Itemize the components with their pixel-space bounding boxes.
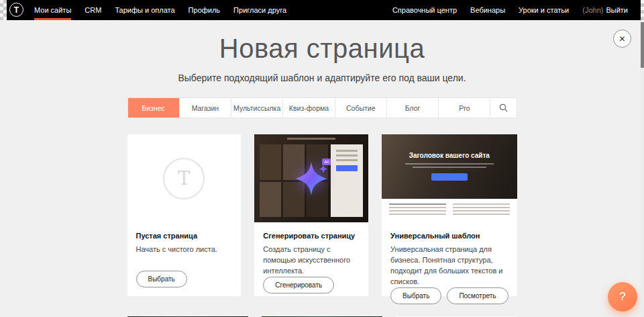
preview-site-heading: Заголовок вашего сайта bbox=[409, 152, 490, 159]
card-title: Сгенерировать страницу bbox=[263, 232, 360, 240]
nav-profile[interactable]: Профиль bbox=[182, 0, 227, 20]
tilda-logo-letter: T bbox=[14, 5, 19, 15]
nav-lessons[interactable]: Уроки и статьи bbox=[512, 0, 576, 20]
tab-multilink[interactable]: Мультиссылка bbox=[231, 98, 283, 118]
preview-text-line bbox=[336, 159, 358, 161]
preview-text-column bbox=[453, 203, 510, 218]
universal-template-preview[interactable]: Заголовок вашего сайта bbox=[382, 134, 517, 222]
preview-text-line bbox=[405, 163, 494, 165]
preview-text-section bbox=[382, 199, 517, 222]
nav-invite-friend[interactable]: Пригласи друга bbox=[227, 0, 293, 20]
close-button[interactable]: ✕ bbox=[613, 30, 631, 48]
logout-link[interactable]: Выйти bbox=[606, 6, 628, 14]
preview-text-column bbox=[389, 203, 446, 218]
preview-photo-tile bbox=[260, 182, 281, 218]
preview-title-line bbox=[287, 138, 335, 140]
template-category-tabs: Бизнес Магазин Мультиссылка Квиз-форма С… bbox=[127, 97, 517, 118]
preview-text-line bbox=[453, 207, 510, 208]
preview-button bbox=[336, 165, 358, 171]
card-actions: Выбрать Посмотреть bbox=[390, 287, 508, 304]
choose-button[interactable]: Выбрать bbox=[136, 271, 187, 287]
page-subtitle: Выберите подходящий шаблон и адаптируйте… bbox=[0, 73, 644, 83]
preview-text-line bbox=[453, 203, 510, 205]
blank-page-preview[interactable]: T bbox=[127, 134, 241, 222]
generate-page-preview[interactable]: AI bbox=[254, 134, 368, 222]
generate-button[interactable]: Сгенерировать bbox=[263, 277, 334, 293]
choose-button[interactable]: Выбрать bbox=[390, 287, 441, 304]
tilda-logo[interactable]: T bbox=[9, 3, 23, 17]
scrollbar-track bbox=[641, 20, 644, 317]
preview-text-line bbox=[453, 214, 510, 215]
tab-search[interactable] bbox=[490, 98, 516, 118]
card-actions: Выбрать bbox=[136, 271, 233, 287]
preview-photo-tile bbox=[260, 144, 281, 180]
nav-webinars[interactable]: Вебинары bbox=[464, 0, 512, 20]
preview-text-line bbox=[389, 214, 446, 215]
card-body: Сгенерировать страницу Создать страницу … bbox=[254, 222, 368, 302]
help-button-label: ? bbox=[619, 290, 625, 304]
nav-crm[interactable]: CRM bbox=[78, 0, 108, 20]
preview-text-line bbox=[389, 210, 446, 212]
nav-pricing[interactable]: Тарифы и оплата bbox=[108, 0, 181, 20]
preview-text-line bbox=[336, 150, 358, 152]
preview-cta-button bbox=[431, 173, 468, 181]
ai-sparkle-icon bbox=[293, 161, 329, 197]
close-icon: ✕ bbox=[619, 34, 625, 44]
help-button[interactable]: ? bbox=[608, 282, 637, 312]
template-cards-row: T Пустая страница Начать с чистого листа… bbox=[127, 134, 517, 296]
topbar: T Мои сайты CRM Тарифы и оплата Профиль … bbox=[0, 0, 644, 20]
card-generate-page: AI Сгенерировать страницу Создать страни… bbox=[254, 134, 368, 296]
card-universal-template: Заголовок вашего сайта bbox=[382, 134, 517, 296]
tab-quiz-form[interactable]: Квиз-форма bbox=[283, 98, 335, 118]
card-title: Универсальный шаблон bbox=[390, 232, 508, 240]
tilda-mark-icon: T bbox=[163, 158, 205, 199]
nav-help-center[interactable]: Справочный центр bbox=[386, 0, 464, 20]
card-blank-page: T Пустая страница Начать с чистого листа… bbox=[127, 134, 241, 296]
transparency-checker-left bbox=[0, 0, 7, 20]
card-description: Создать страницу с помощью искусственног… bbox=[263, 244, 360, 277]
main-nav: Мои сайты CRM Тарифы и оплата Профиль Пр… bbox=[28, 0, 293, 20]
preview-text-line bbox=[413, 167, 486, 168]
card-body: Универсальный шаблон Универсальная стран… bbox=[382, 222, 517, 313]
view-button[interactable]: Посмотреть bbox=[447, 287, 508, 304]
preview-text-line bbox=[389, 203, 446, 205]
nav-account: (John) Выйти bbox=[576, 0, 635, 20]
card-description: Начать с чистого листа. bbox=[136, 244, 233, 255]
preview-hero-section: Заголовок вашего сайта bbox=[382, 134, 517, 199]
ai-badge: AI bbox=[322, 158, 331, 165]
preview-text-line bbox=[389, 207, 446, 208]
card-title: Пустая страница bbox=[136, 232, 233, 240]
tilda-mark-letter: T bbox=[178, 167, 191, 189]
preview-text-line bbox=[336, 154, 358, 156]
tab-business[interactable]: Бизнес bbox=[128, 98, 180, 118]
page-title: Новая страница bbox=[0, 34, 644, 64]
card-description: Универсальная страница для бизнеса. Поня… bbox=[390, 244, 508, 287]
scrollbar-thumb[interactable] bbox=[641, 22, 644, 68]
nav-my-sites[interactable]: Мои сайты bbox=[28, 0, 78, 20]
secondary-nav: Справочный центр Вебинары Уроки и статьи… bbox=[386, 0, 635, 20]
tab-shop[interactable]: Магазин bbox=[180, 98, 231, 118]
preview-text-line bbox=[453, 210, 510, 212]
card-body: Пустая страница Начать с чистого листа. … bbox=[127, 222, 241, 296]
tab-blog[interactable]: Блог bbox=[387, 98, 439, 118]
transparency-checker-right bbox=[641, 0, 644, 20]
user-name: (John) bbox=[582, 6, 603, 14]
search-icon bbox=[499, 103, 508, 112]
tab-event[interactable]: Событие bbox=[335, 98, 387, 118]
card-actions: Сгенерировать bbox=[263, 277, 360, 293]
tab-pro[interactable]: Pro bbox=[439, 98, 490, 118]
preview-sidebar bbox=[331, 144, 363, 217]
